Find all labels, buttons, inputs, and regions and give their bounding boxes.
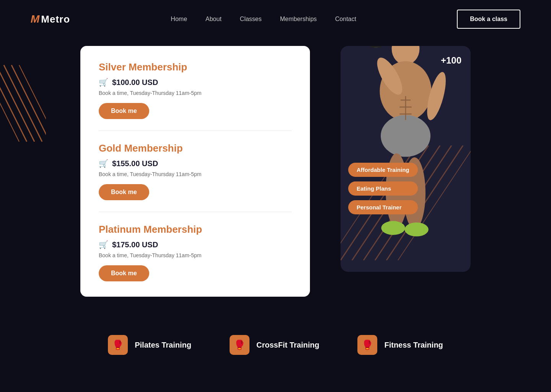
cart-icon-platinum: 🛒 bbox=[99, 240, 108, 249]
fitness-label: Fitness Training bbox=[384, 341, 443, 350]
gold-price: 🛒 $155.00 USD bbox=[99, 159, 292, 168]
memberships-card: Silver Membership 🛒 $100.00 USD Book a t… bbox=[80, 46, 310, 297]
badge-trainer: Personal Trainer bbox=[348, 200, 418, 214]
logo: M Metro bbox=[31, 13, 70, 25]
main-content: Silver Membership 🛒 $100.00 USD Book a t… bbox=[0, 38, 551, 320]
svg-point-21 bbox=[381, 221, 405, 235]
cart-icon-gold: 🛒 bbox=[99, 159, 108, 168]
platinum-price: 🛒 $175.00 USD bbox=[99, 240, 292, 249]
nav-classes[interactable]: Classes bbox=[240, 16, 262, 22]
gold-title: Gold Membership bbox=[99, 142, 292, 154]
crossfit-training-item: 🥊 CrossFit Training bbox=[230, 335, 319, 355]
silver-title: Silver Membership bbox=[99, 61, 292, 73]
nav-links: Home About Classes Memberships Contact bbox=[171, 16, 356, 23]
silver-membership: Silver Membership 🛒 $100.00 USD Book a t… bbox=[99, 61, 292, 131]
nav-contact[interactable]: Contact bbox=[335, 16, 356, 22]
fitness-training-item: 🥊 Fitness Training bbox=[357, 335, 443, 355]
gold-book-btn[interactable]: Book me bbox=[99, 184, 149, 200]
svg-rect-25 bbox=[370, 46, 381, 47]
fitness-icon: 🥊 bbox=[362, 340, 373, 350]
crossfit-icon: 🥊 bbox=[234, 340, 245, 350]
badge-eating: Eating Plans bbox=[348, 181, 418, 196]
training-section: 🥊 Pilates Training 🥊 CrossFit Training 🥊… bbox=[0, 320, 551, 378]
logo-icon: M bbox=[31, 13, 39, 25]
trainer-count: +100 bbox=[441, 55, 461, 66]
cart-icon-silver: 🛒 bbox=[99, 78, 108, 87]
platinum-desc: Book a time, Tuesday-Thursday 11am-5pm bbox=[99, 252, 292, 258]
gold-membership: Gold Membership 🛒 $155.00 USD Book a tim… bbox=[99, 142, 292, 212]
fitness-icon-box: 🥊 bbox=[357, 335, 377, 355]
trainer-svg bbox=[356, 46, 455, 260]
gold-price-value: $155.00 USD bbox=[112, 159, 158, 168]
trainer-figure: Affordable Training Eating Plans Persona… bbox=[341, 46, 471, 260]
silver-price-value: $100.00 USD bbox=[112, 78, 158, 87]
platinum-book-btn[interactable]: Book me bbox=[99, 265, 149, 281]
nav-home[interactable]: Home bbox=[171, 16, 187, 22]
pilates-icon: 🥊 bbox=[112, 340, 124, 350]
svg-point-22 bbox=[404, 222, 428, 236]
crossfit-icon-box: 🥊 bbox=[230, 335, 249, 355]
navbar: M Metro Home About Classes Memberships C… bbox=[0, 0, 551, 38]
silver-desc: Book a time, Tuesday-Thursday 11am-5pm bbox=[99, 90, 292, 96]
pilates-icon-box: 🥊 bbox=[108, 335, 128, 355]
badge-affordable: Affordable Training bbox=[348, 163, 418, 177]
book-class-button[interactable]: Book a class bbox=[457, 10, 520, 29]
trainer-badges: Affordable Training Eating Plans Persona… bbox=[348, 163, 418, 214]
nav-about[interactable]: About bbox=[205, 16, 222, 22]
platinum-membership: Platinum Membership 🛒 $175.00 USD Book a… bbox=[99, 224, 292, 281]
platinum-price-value: $175.00 USD bbox=[112, 240, 158, 249]
silver-book-btn[interactable]: Book me bbox=[99, 103, 149, 119]
pilates-label: Pilates Training bbox=[135, 341, 191, 350]
logo-text: Metro bbox=[41, 13, 70, 25]
silver-price: 🛒 $100.00 USD bbox=[99, 78, 292, 87]
trainer-card: +100 bbox=[341, 46, 471, 272]
pilates-training-item: 🥊 Pilates Training bbox=[108, 335, 191, 355]
nav-memberships[interactable]: Memberships bbox=[280, 16, 317, 22]
gold-desc: Book a time, Tuesday-Thursday 11am-5pm bbox=[99, 171, 292, 177]
platinum-title: Platinum Membership bbox=[99, 224, 292, 235]
svg-point-18 bbox=[381, 115, 430, 157]
crossfit-label: CrossFit Training bbox=[256, 341, 319, 350]
